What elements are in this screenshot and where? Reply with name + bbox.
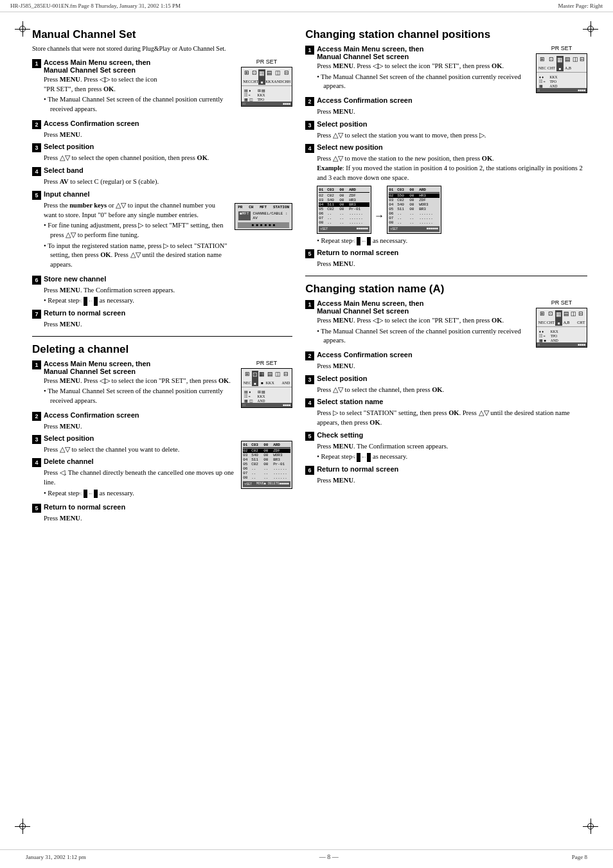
- step-del-2: 2 Access Confirmation screen Press MENU.: [32, 411, 292, 432]
- step-csn-3: 3 Select position Press △▽ to select the…: [305, 375, 587, 395]
- step-del-3: 3 Select position Press △▽ to select the…: [32, 434, 292, 500]
- section-divider-1: [32, 336, 292, 337]
- step-mcs-1: 1 Access Main Menu screen, thenManual Ch…: [32, 58, 292, 116]
- deleting-channel-section: Deleting a channel 1 Access Main Menu sc…: [32, 343, 292, 524]
- delete-channel-image: 01 C03 00 ARD 02 C02 00: [241, 434, 292, 500]
- step-mcs-4: 4 Select band Press AV to select C (regu…: [32, 166, 292, 187]
- footer-right: Page 8: [572, 854, 587, 860]
- section-divider-2: [305, 276, 587, 276]
- step-mcs-6: 6 Store new channel Press MENU. The Conf…: [32, 275, 292, 306]
- footer-center: — 8 —: [319, 853, 339, 860]
- changing-station-positions-section: Changing station channel positions 1 Acc…: [305, 28, 587, 269]
- step-csn-6: 6 Return to normal screen Press MENU.: [305, 465, 587, 486]
- step-csn-4: 4 Select station name Press ▷ to select …: [305, 398, 587, 427]
- two-col-layout: Manual Channel Set Store channels that w…: [32, 28, 587, 527]
- right-column: Changing station channel positions 1 Acc…: [305, 28, 587, 527]
- footer-left: January 31, 2002 1:12 pm: [26, 854, 86, 860]
- corner-mark-br: [581, 817, 600, 836]
- changing-station-name-section: Changing station name (A) 1 Access Main …: [305, 283, 587, 486]
- step-csp-5: 5 Return to normal screen Press MENU.: [305, 249, 587, 269]
- step-csn-5: 5 Check setting Press MENU. The Confirma…: [305, 431, 587, 462]
- prset-image-del: PR SET ⊞NEC ⊡■ ▦■ ▤KKX ◫ ⊟AND: [241, 360, 292, 408]
- step-mcs-1-body: Press MENU. Press ◁▷ to select the icon"…: [44, 75, 236, 114]
- step-del-5: 5 Return to normal screen Press MENU.: [32, 503, 292, 524]
- step-mcs-1-header: 1 Access Main Menu screen, thenManual Ch…: [32, 58, 236, 74]
- step-mcs-3: 3 Select position Press △▽ to select the…: [32, 143, 292, 163]
- content-area: Manual Channel Set Store channels that w…: [0, 19, 613, 565]
- step-csp-2: 2 Access Confirmation screen Press MENU.: [305, 96, 587, 117]
- step-csp-3: 3 Select position Press △▽ to select the…: [305, 120, 587, 141]
- prset-image-csp: PR SET ⊞NEC ⊡CHT ▦■ ▤A,B ◫ ⊟: [536, 45, 587, 93]
- step-csp-1: 1 Access Main Menu screen, thenManual Ch…: [305, 45, 587, 93]
- manual-channel-set-section: Manual Channel Set Store channels that w…: [32, 28, 292, 330]
- page-footer: January 31, 2002 1:12 pm — 8 — Page 8: [0, 849, 613, 860]
- header-bar: HR-J585_285EU-001EN.fm Page 8 Thursday, …: [0, 0, 613, 12]
- arrow-between-tables: →: [371, 210, 387, 222]
- header-master-page: Master Page: Right: [558, 3, 603, 9]
- prset-image-csn: PR SET ⊞NEC ⊡CHT ▦■ ▤A,B ◫ ⊟CHT: [536, 299, 587, 348]
- step-mcs-5: 5 Input channel Press the number keys or…: [32, 190, 292, 272]
- step-csn-1: 1 Access Main Menu screen, thenManual Ch…: [305, 299, 587, 348]
- input-channel-image: PRCHMFTSTATION ■MFT CHANNEL/CABLE : AV ■…: [235, 190, 292, 272]
- manual-channel-set-title: Manual Channel Set: [32, 28, 292, 41]
- page-wrapper: HR-J585_285EU-001EN.fm Page 8 Thursday, …: [0, 0, 613, 868]
- corner-mark-bl: [13, 817, 32, 836]
- manual-channel-set-subtitle: Store channels that were not stored duri…: [32, 45, 292, 52]
- left-column: Manual Channel Set Store channels that w…: [32, 28, 292, 527]
- header-file-info: HR-J585_285EU-001EN.fm Page 8 Thursday, …: [10, 3, 181, 9]
- changing-station-name-title: Changing station name (A): [305, 283, 587, 296]
- step-csp-4: 4 Select new position Press △▽ to move t…: [305, 143, 587, 245]
- corner-mark-tl: [13, 19, 32, 39]
- step-csn-2: 2 Access Confirmation screen Press MENU.: [305, 351, 587, 371]
- changing-positions-title: Changing station channel positions: [305, 28, 587, 41]
- step-mcs-2: 2 Access Confirmation screen Press MENU.: [32, 120, 292, 140]
- step-del-1: 1 Access Main Menu screen, thenManual Ch…: [32, 360, 292, 408]
- step-mcs-7: 7 Return to normal screen Press MENU.: [32, 309, 292, 330]
- prset-image-mcs: PR SET ⊞NEC ⊡CHT ▦■ ▤KKX ◫AND ⊟CHH: [241, 58, 292, 116]
- deleting-channel-title: Deleting a channel: [32, 343, 292, 356]
- corner-mark-tr: [581, 19, 600, 39]
